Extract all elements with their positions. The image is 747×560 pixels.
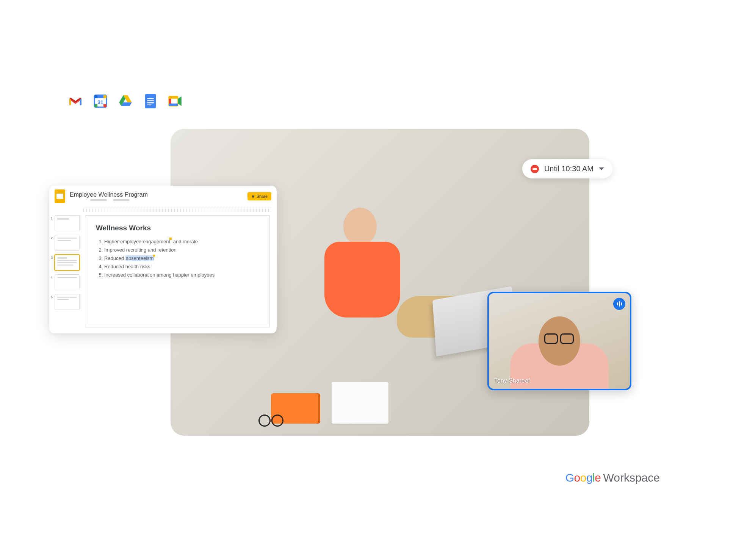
google-workspace-logo: Google Workspace xyxy=(565,471,660,484)
slide-bullet: Increased collaboration among happier em… xyxy=(104,271,259,279)
gmail-icon xyxy=(68,94,83,110)
google-slides-window: Employee Wellness Program Share 1 2 3 4 … xyxy=(49,186,277,333)
svg-rect-14 xyxy=(169,103,178,106)
do-not-disturb-icon xyxy=(531,165,539,173)
docs-icon xyxy=(143,94,158,110)
lock-icon xyxy=(251,194,255,198)
slide-thumbnail[interactable]: 1 xyxy=(55,215,80,231)
slide-canvas[interactable]: Wellness Works Higher employee engagemen… xyxy=(85,215,270,327)
paper-illustration xyxy=(332,382,388,424)
svg-rect-10 xyxy=(147,105,151,105)
meet-icon xyxy=(168,94,183,110)
workspace-wordmark: Workspace xyxy=(603,471,660,484)
slide-thumbnail[interactable]: 2 xyxy=(55,235,80,251)
slide-title: Wellness Works xyxy=(96,224,259,232)
participant-video xyxy=(489,293,630,389)
slides-app-icon xyxy=(55,189,65,203)
participant-name: Tony Shareef xyxy=(494,377,530,384)
slide-bullet: Reduced absenteeism xyxy=(104,254,259,263)
ruler xyxy=(83,208,271,212)
dnd-status-chip[interactable]: Until 10:30 AM xyxy=(522,159,612,178)
glasses-illustration xyxy=(258,415,285,424)
share-button[interactable]: Share xyxy=(247,192,271,200)
menu-bar[interactable] xyxy=(70,199,243,201)
slide-thumbnail[interactable]: 3 xyxy=(55,255,80,271)
meet-video-tile[interactable]: Tony Shareef xyxy=(487,292,631,390)
slide-bullet: Reduced health risks xyxy=(104,263,259,271)
status-label: Until 10:30 AM xyxy=(544,164,594,173)
svg-rect-9 xyxy=(147,102,153,103)
svg-rect-8 xyxy=(147,100,153,101)
text-selection: absenteeism xyxy=(125,255,154,261)
calendar-day-label: 31 xyxy=(93,99,108,105)
slide-thumbnails: 1 2 3 4 5 xyxy=(49,212,83,333)
svg-rect-7 xyxy=(147,98,153,99)
google-wordmark: Google xyxy=(565,471,601,484)
svg-rect-4 xyxy=(94,95,97,98)
share-button-label: Share xyxy=(257,194,268,199)
slide-bullet: Higher employee engagement and morale xyxy=(104,238,259,246)
app-icons-row: 31 xyxy=(68,94,183,110)
svg-rect-5 xyxy=(103,95,106,98)
speaking-indicator-icon xyxy=(613,298,625,310)
document-title[interactable]: Employee Wellness Program xyxy=(70,191,243,198)
slide-thumbnail[interactable]: 4 xyxy=(55,274,80,290)
svg-rect-13 xyxy=(169,96,178,99)
calendar-icon: 31 xyxy=(93,94,108,110)
person-illustration xyxy=(313,196,404,340)
slide-bullet-list: Higher employee engagement and morale Im… xyxy=(96,238,259,279)
slide-thumbnail[interactable]: 5 xyxy=(55,294,80,310)
slide-bullet: Improved recruiting and retention xyxy=(104,246,259,254)
chevron-down-icon xyxy=(599,167,604,170)
drive-icon xyxy=(118,94,133,110)
